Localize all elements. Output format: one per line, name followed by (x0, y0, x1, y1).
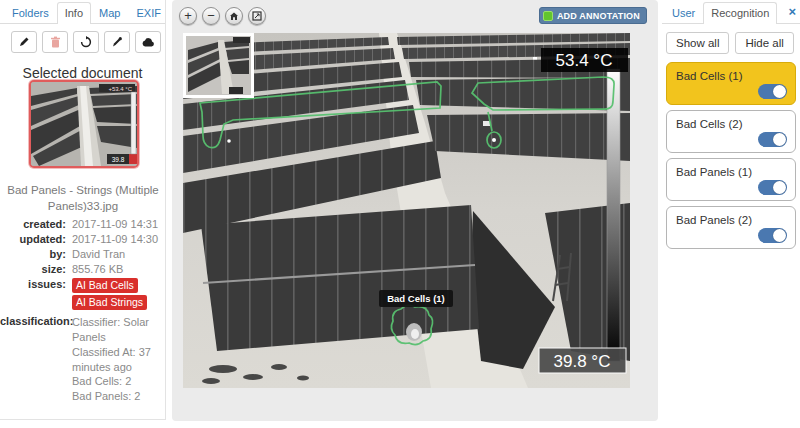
annotation-card-bad-cells-2[interactable]: Bad Cells (2) (666, 110, 796, 153)
cloud-download-icon (141, 37, 155, 48)
meta-row-classification: classification: Classifier: Solar Panels… (0, 315, 166, 404)
annotation-square-icon (543, 11, 553, 21)
vehicle (483, 121, 490, 126)
download-button[interactable] (135, 31, 161, 53)
annotation-card-bad-panels-2[interactable]: Bad Panels (2) (666, 206, 796, 249)
tab-map[interactable]: Map (91, 2, 128, 23)
issue-badge: AI Bad Cells (72, 278, 138, 293)
annotation-card-bad-panels-1[interactable]: Bad Panels (1) (666, 158, 796, 201)
recognition-panel: User Recognition × Show all Hide all Bad… (662, 0, 800, 428)
trash-icon (50, 36, 61, 48)
tab-recognition[interactable]: Recognition (703, 2, 777, 24)
svg-text:Bad Cells (1): Bad Cells (1) (387, 293, 445, 304)
navigator-thumbnail[interactable] (185, 35, 253, 97)
image-viewer-panel: + − ADD ANNOTATION (172, 0, 658, 421)
home-icon (226, 11, 242, 21)
document-thumbnail[interactable]: +53.4 °C 39.8 (29, 80, 139, 168)
info-panel: Folders Info Map EXIF Selected document (0, 0, 166, 420)
visibility-controls: Show all Hide all (662, 24, 800, 60)
document-filename: Bad Panels - Strings (Multiple Panels)33… (4, 183, 162, 214)
sample-button[interactable] (104, 31, 130, 53)
tab-user[interactable]: User (664, 2, 703, 23)
add-annotation-button[interactable]: ADD ANNOTATION (539, 7, 647, 24)
delete-button[interactable] (42, 31, 68, 53)
annotation-list: Bad Cells (1) Bad Cells (2) Bad Panels (… (662, 60, 800, 251)
svg-text:39.8 °C: 39.8 °C (554, 352, 611, 371)
meta-row-by: by: David Tran (0, 248, 166, 260)
visibility-toggle[interactable] (758, 84, 787, 99)
svg-text:53.4 °C: 53.4 °C (556, 51, 613, 70)
reprocess-button[interactable] (73, 31, 99, 53)
visibility-toggle[interactable] (758, 180, 787, 195)
zoom-in-button[interactable]: + (179, 7, 197, 25)
tab-exif[interactable]: EXIF (128, 2, 168, 23)
annotation-tooltip: Bad Cells (1) (379, 290, 453, 307)
close-icon[interactable]: × (788, 4, 796, 19)
thumbnail-temp-max: +53.4 °C (108, 86, 132, 92)
hide-all-button[interactable]: Hide all (735, 32, 793, 54)
hotspot-dot (227, 139, 231, 143)
viewer-zoom-controls: + − (179, 7, 266, 25)
zoom-out-button[interactable]: − (202, 7, 220, 25)
issue-badge: AI Bad Strings (72, 295, 147, 310)
meta-row-size: size: 855.76 KB (0, 263, 166, 275)
tab-folders[interactable]: Folders (4, 2, 57, 23)
tab-info[interactable]: Info (57, 2, 91, 24)
temp-min-label: 39.8 °C (539, 348, 626, 373)
right-tab-bar: User Recognition × (662, 0, 800, 24)
thermal-image-canvas[interactable]: Bad Cells (1) 53.4 °C 39.8 °C (183, 33, 630, 388)
temperature-scale-bar (607, 69, 620, 361)
visibility-toggle[interactable] (758, 132, 787, 147)
fullscreen-button[interactable] (248, 7, 266, 25)
visibility-toggle[interactable] (758, 228, 787, 243)
thermal-image: Bad Cells (1) 53.4 °C 39.8 °C (183, 33, 630, 388)
hotspot-dot (492, 138, 496, 142)
home-button[interactable] (225, 7, 243, 25)
fullscreen-icon (249, 11, 265, 21)
meta-row-updated: updated: 2017-11-09 14:30 (0, 233, 166, 245)
thumbnail-thermal-image: +53.4 °C 39.8 (31, 82, 137, 166)
refresh-icon (80, 36, 92, 48)
eyedropper-icon (111, 36, 123, 48)
meta-row-created: created: 2017-11-09 14:31 (0, 218, 166, 230)
pencil-icon (18, 36, 30, 48)
document-metadata: created: 2017-11-09 14:31 updated: 2017-… (0, 218, 166, 407)
temp-max-label: 53.4 °C (533, 48, 628, 72)
thumbnail-temp-min: 39.8 (112, 156, 125, 163)
meta-row-issues: issues: AI Bad Cells AI Bad Strings (0, 278, 166, 312)
selected-document-heading: Selected document (0, 65, 165, 81)
edit-button[interactable] (11, 31, 37, 53)
document-toolbar (0, 24, 165, 53)
show-all-button[interactable]: Show all (666, 32, 729, 54)
annotation-card-bad-cells-1[interactable]: Bad Cells (1) (666, 62, 796, 105)
solar-panel-block (201, 205, 479, 351)
left-tab-bar: Folders Info Map EXIF (0, 0, 165, 24)
